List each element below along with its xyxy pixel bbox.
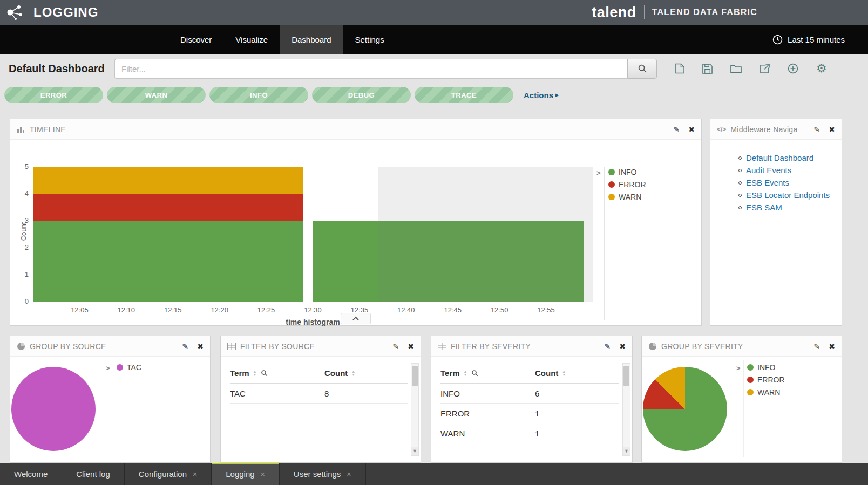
group-by-source-legend: TAC <box>117 363 141 375</box>
legend-item-error[interactable]: ERROR <box>608 180 646 189</box>
filter-pill-trace[interactable]: TRACE <box>415 87 513 103</box>
filter-pill-debug[interactable]: DEBUG <box>312 87 411 103</box>
taskbar-tab-welcome[interactable]: Welcome <box>0 463 62 485</box>
legend-collapse-toggle[interactable]: > <box>596 169 601 177</box>
close-panel-icon[interactable]: ✖ <box>408 343 414 350</box>
close-icon[interactable]: × <box>193 470 197 479</box>
search-button[interactable] <box>627 59 657 79</box>
sort-icon[interactable]: ▲▼ <box>464 370 467 377</box>
middleware-link-item: Audit Events <box>738 164 837 176</box>
edit-panel-icon[interactable]: ✎ <box>814 343 820 350</box>
pie-chart-icon <box>648 342 657 351</box>
share-icon[interactable] <box>760 64 770 74</box>
filter-by-severity-rows: INFO6ERROR1WARN1 <box>440 384 619 443</box>
scroll-down-arrow[interactable]: ▼ <box>623 447 630 455</box>
column-search-icon[interactable] <box>471 370 478 377</box>
vertical-scrollbar[interactable]: ▼ <box>622 363 630 456</box>
taskbar-tab-logging[interactable]: Logging× <box>212 463 280 485</box>
middleware-link[interactable]: ESB Locator Endpoints <box>746 189 830 201</box>
middleware-link[interactable]: ESB SAM <box>746 201 782 214</box>
filter-pill-error[interactable]: ERROR <box>4 87 103 103</box>
legend-item-tac[interactable]: TAC <box>117 363 141 372</box>
column-header-count[interactable]: Count <box>324 368 348 378</box>
taskbar-tab-client-log[interactable]: Client log <box>62 463 125 485</box>
table-row[interactable]: ERROR1 <box>440 404 619 423</box>
column-header-term[interactable]: Term <box>440 368 460 378</box>
panel-collapse-button[interactable] <box>341 313 371 324</box>
close-panel-icon[interactable]: ✖ <box>619 343 626 350</box>
edit-panel-icon[interactable]: ✎ <box>814 126 820 133</box>
filter-pill-warn[interactable]: WARN <box>107 87 206 103</box>
legend-item-info[interactable]: INFO <box>747 363 785 372</box>
middleware-link[interactable]: Audit Events <box>746 164 791 176</box>
vertical-scrollbar[interactable]: ▼ <box>411 363 419 456</box>
save-icon[interactable] <box>702 64 713 74</box>
table-row[interactable]: WARN1 <box>440 423 619 443</box>
legend-collapse-toggle[interactable]: > <box>106 364 110 372</box>
legend-item-warn[interactable]: WARN <box>608 193 646 201</box>
legend-dot <box>117 364 123 371</box>
add-panel-icon[interactable] <box>788 63 798 74</box>
legend-dot <box>608 181 615 188</box>
nav-tab-dashboard[interactable]: Dashboard <box>280 25 343 54</box>
column-header-term[interactable]: Term <box>230 368 249 378</box>
time-picker[interactable]: Last 15 minutes <box>772 25 868 54</box>
column-header-count[interactable]: Count <box>535 368 558 378</box>
new-dashboard-icon[interactable] <box>675 63 684 74</box>
close-icon[interactable]: × <box>261 470 265 479</box>
close-panel-icon[interactable]: ✖ <box>829 343 835 350</box>
timeline-bar-error[interactable] <box>33 194 303 221</box>
middleware-link[interactable]: Default Dashboard <box>746 152 813 164</box>
timeline-bar-info[interactable] <box>33 221 303 302</box>
group-by-source-pie[interactable] <box>11 367 96 451</box>
edit-panel-icon[interactable]: ✎ <box>393 343 399 350</box>
timeline-bar-warn[interactable] <box>33 167 303 194</box>
taskbar-tab-configuration[interactable]: Configuration× <box>125 463 212 485</box>
close-icon[interactable]: × <box>347 470 351 479</box>
edit-panel-icon[interactable]: ✎ <box>605 343 611 350</box>
legend-collapse-toggle[interactable]: > <box>736 364 741 372</box>
middleware-link[interactable]: ESB Events <box>746 176 789 189</box>
close-panel-icon[interactable]: ✖ <box>829 126 835 133</box>
taskbar-tab-user-settings[interactable]: User settings× <box>280 463 366 485</box>
sort-icon[interactable]: ▲▼ <box>351 370 355 377</box>
chevron-up-icon <box>352 316 358 322</box>
sort-icon[interactable]: ▲▼ <box>253 370 257 377</box>
legend-divider <box>604 167 605 320</box>
edit-panel-icon[interactable]: ✎ <box>182 343 189 350</box>
scrollbar-thumb[interactable] <box>623 366 629 386</box>
main-navbar: DiscoverVisualizeDashboardSettings Last … <box>0 25 868 54</box>
scrollbar-thumb[interactable] <box>412 366 418 386</box>
y-axis-label: Count <box>19 164 27 299</box>
nav-tab-visualize[interactable]: Visualize <box>223 25 280 54</box>
legend-divider <box>743 360 744 457</box>
edit-panel-icon[interactable]: ✎ <box>674 126 680 133</box>
legend-item-warn[interactable]: WARN <box>747 388 785 397</box>
legend-dot <box>747 377 754 383</box>
app-title: LOGGING <box>33 5 98 20</box>
table-row[interactable]: INFO6 <box>440 384 619 404</box>
panel-title: Middleware Naviga <box>730 125 797 134</box>
gear-icon[interactable]: ⚙ <box>816 63 827 74</box>
open-folder-icon[interactable] <box>730 64 742 73</box>
filter-input[interactable] <box>114 59 627 79</box>
timeline-plot[interactable] <box>33 167 593 302</box>
brand-divider <box>644 5 645 19</box>
legend-divider <box>113 360 113 457</box>
column-search-icon[interactable] <box>261 370 268 377</box>
scroll-down-arrow[interactable]: ▼ <box>411 447 418 455</box>
nav-tab-settings[interactable]: Settings <box>343 25 396 54</box>
legend-item-info[interactable]: INFO <box>608 168 646 176</box>
sort-icon[interactable]: ▲▼ <box>562 370 566 377</box>
table-row[interactable]: TAC8 <box>230 384 408 404</box>
filter-pill-info[interactable]: INFO <box>209 87 308 103</box>
group-by-severity-pie[interactable] <box>643 367 727 451</box>
close-panel-icon[interactable]: ✖ <box>688 126 695 133</box>
close-panel-icon[interactable]: ✖ <box>197 343 204 350</box>
bullet-icon <box>738 181 742 185</box>
legend-item-error[interactable]: ERROR <box>747 375 785 384</box>
legend-dot <box>747 364 754 371</box>
actions-menu[interactable]: Actions ▸ <box>524 91 559 100</box>
nav-tab-discover[interactable]: Discover <box>168 25 223 54</box>
code-icon: </> <box>717 126 726 133</box>
